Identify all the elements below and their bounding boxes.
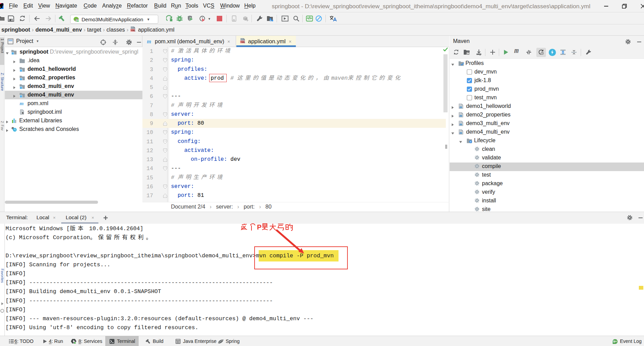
svg-text:YML: YML [240,41,245,43]
svg-text:m: m [460,122,462,126]
svg-text:P: P [257,223,261,231]
svg-text:YML: YML [131,29,136,32]
svg-text:9+: 9+ [613,339,617,343]
svg-text:m: m [147,39,151,44]
svg-text:m: m [460,114,462,118]
svg-text:m: m [460,131,462,135]
svg-text:m: m [20,101,24,106]
svg-text:m: m [460,105,462,109]
